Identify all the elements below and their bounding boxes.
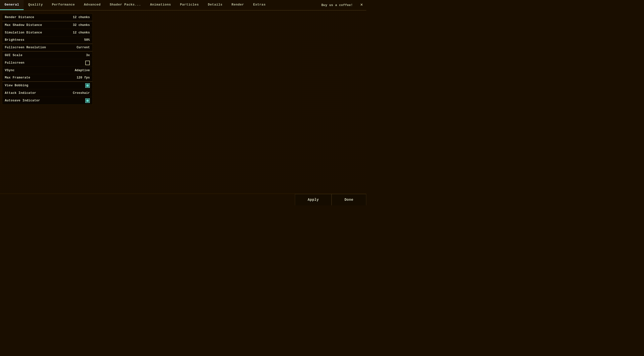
tab-extras[interactable]: Extras — [249, 0, 270, 10]
max-shadow-distance-value: 32 chunks — [73, 23, 90, 27]
autosave-indicator-label: Autosave Indicator — [5, 99, 40, 102]
simulation-distance-value: 12 chunks — [73, 31, 90, 34]
tab-bar: General Quality Performance Advanced Sha… — [0, 0, 366, 11]
fullscreen-resolution-label: Fullscreen Resolution — [5, 46, 46, 49]
fullscreen-resolution-value: Current — [76, 46, 90, 49]
gui-scale-value: 3x — [86, 54, 90, 57]
attack-indicator-value: Crosshair — [73, 91, 90, 95]
fullscreen-label: Fullscreen — [5, 61, 24, 65]
setting-autosave-indicator[interactable]: Autosave Indicator — [2, 97, 92, 104]
render-distance-value: 12 chunks — [73, 16, 90, 19]
setting-attack-indicator[interactable]: Attack Indicator Crosshair — [2, 89, 92, 97]
tab-particles[interactable]: Particles — [176, 0, 204, 10]
setting-render-distance[interactable]: Render Distance 12 chunks — [2, 14, 92, 21]
bottom-bar: Apply Done — [0, 193, 366, 205]
setting-brightness[interactable]: Brightness 50% — [2, 36, 92, 44]
tab-details[interactable]: Details — [203, 0, 227, 10]
tab-spacer — [270, 0, 317, 10]
settings-panel: Render Distance 12 chunks Max Shadow Dis… — [2, 14, 93, 105]
brightness-value: 50% — [84, 38, 90, 42]
setting-max-framerate[interactable]: Max Framerate 120 fps — [2, 74, 92, 82]
setting-max-shadow-distance[interactable]: Max Shadow Distance 32 chunks — [2, 21, 92, 29]
gui-scale-label: GUI Scale — [5, 54, 22, 57]
done-button[interactable]: Done — [332, 194, 366, 205]
render-distance-label: Render Distance — [5, 16, 34, 19]
setting-fullscreen-resolution[interactable]: Fullscreen Resolution Current — [2, 44, 92, 52]
tab-advanced[interactable]: Advanced — [79, 0, 105, 10]
attack-indicator-label: Attack Indicator — [5, 91, 36, 95]
apply-button[interactable]: Apply — [295, 194, 332, 205]
tab-animations[interactable]: Animations — [146, 0, 176, 10]
tab-performance[interactable]: Performance — [47, 0, 79, 10]
max-framerate-value: 120 fps — [76, 76, 90, 80]
max-shadow-distance-label: Max Shadow Distance — [5, 23, 42, 27]
setting-fullscreen[interactable]: Fullscreen — [2, 59, 92, 67]
tab-quality[interactable]: Quality — [24, 0, 47, 10]
app-container: General Quality Performance Advanced Sha… — [0, 0, 366, 205]
view-bobbing-label: View Bobbing — [5, 84, 28, 87]
max-framerate-label: Max Framerate — [5, 76, 30, 80]
fullscreen-checkbox[interactable] — [85, 61, 90, 65]
setting-simulation-distance[interactable]: Simulation Distance 12 chunks — [2, 29, 92, 36]
vsync-label: VSync — [5, 69, 15, 72]
setting-view-bobbing[interactable]: View Bobbing — [2, 82, 92, 89]
main-content: Render Distance 12 chunks Max Shadow Dis… — [0, 11, 366, 205]
autosave-indicator-checkbox[interactable] — [85, 98, 90, 103]
tab-render[interactable]: Render — [227, 0, 249, 10]
tab-shader-packs[interactable]: Shader Packs... — [105, 0, 146, 10]
simulation-distance-label: Simulation Distance — [5, 31, 42, 34]
brightness-label: Brightness — [5, 38, 24, 42]
view-bobbing-checkbox[interactable] — [85, 83, 90, 88]
buy-coffee-button[interactable]: Buy us a coffee! — [317, 0, 357, 10]
setting-vsync[interactable]: VSync Adaptive — [2, 67, 92, 74]
close-button[interactable]: × — [357, 0, 366, 10]
setting-gui-scale[interactable]: GUI Scale 3x — [2, 52, 92, 59]
tab-general[interactable]: General — [0, 0, 24, 10]
vsync-value: Adaptive — [75, 69, 90, 72]
